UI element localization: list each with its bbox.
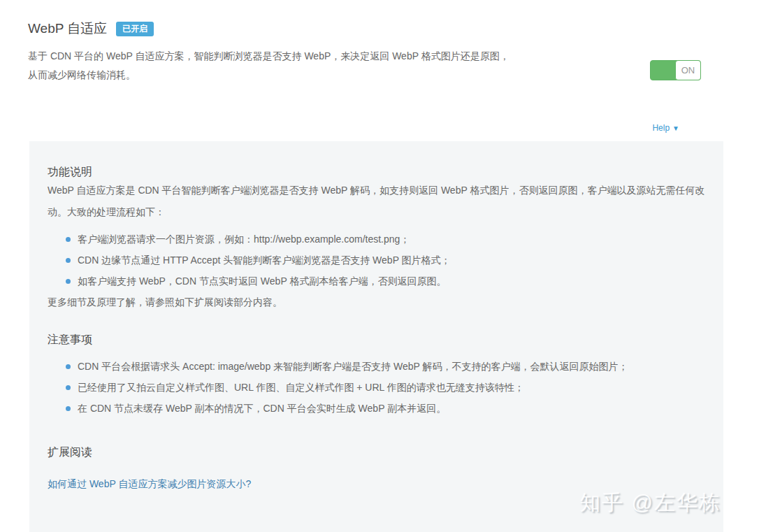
list-item: 在 CDN 节点未缓存 WebP 副本的情况下，CDN 平台会实时生成 WebP… <box>66 398 705 419</box>
bullet-icon <box>66 364 71 369</box>
section-heading-reading: 扩展阅读 <box>48 445 705 460</box>
caret-down-icon: ▼ <box>672 124 679 132</box>
bullet-icon <box>66 385 71 390</box>
feature-intro: WebP 自适应方案是 CDN 平台智能判断客户端浏览器是否支持 WebP 解码… <box>48 180 705 223</box>
feature-bullet-list: 客户端浏览器请求一个图片资源，例如：http://webp.example.co… <box>48 229 705 292</box>
feature-description: 基于 CDN 平台的 WebP 自适应方案，智能判断浏览器是否支持 WebP，来… <box>28 47 517 85</box>
list-item-text: CDN 平台会根据请求头 Accept: image/webp 来智能判断客户端… <box>78 361 628 372</box>
info-panel: 功能说明 WebP 自适应方案是 CDN 平台智能判断客户端浏览器是否支持 We… <box>29 141 723 532</box>
title-row: WebP 自适应 已开启 <box>28 20 731 38</box>
help-label: Help <box>652 123 670 133</box>
section-heading-notes: 注意事项 <box>48 333 705 347</box>
feature-outro: 更多细节及原理了解，请参照如下扩展阅读部分内容。 <box>48 292 705 313</box>
status-badge: 已开启 <box>116 22 154 36</box>
help-link[interactable]: Help ▼ <box>652 123 679 133</box>
list-item: CDN 平台会根据请求头 Accept: image/webp 来智能判断客户端… <box>66 356 705 377</box>
list-item-text: 客户端浏览器请求一个图片资源，例如：http://webp.example.co… <box>78 233 410 245</box>
bullet-icon <box>66 406 71 411</box>
webp-settings-page: WebP 自适应 已开启 基于 CDN 平台的 WebP 自适应方案，智能判断浏… <box>0 0 759 532</box>
notes-bullet-list: CDN 平台会根据请求头 Accept: image/webp 来智能判断客户端… <box>48 356 705 419</box>
list-item: 客户端浏览器请求一个图片资源，例如：http://webp.example.co… <box>66 229 705 250</box>
list-item: CDN 边缘节点通过 HTTP Accept 头智能判断客户端浏览器是否支持 W… <box>66 250 705 271</box>
page-header: WebP 自适应 已开启 基于 CDN 平台的 WebP 自适应方案，智能判断浏… <box>0 0 759 85</box>
bullet-icon <box>66 279 71 284</box>
list-item: 已经使用了又拍云自定义样式作图、URL 作图、自定义样式作图 + URL 作图的… <box>66 377 705 398</box>
reading-link[interactable]: 如何通过 WebP 自适应方案减少图片资源大小? <box>48 478 251 491</box>
list-item-text: 在 CDN 节点未缓存 WebP 副本的情况下，CDN 平台会实时生成 WebP… <box>78 403 446 414</box>
bullet-icon <box>66 237 71 242</box>
toggle-on-knob[interactable]: ON <box>675 60 701 80</box>
section-heading-feature: 功能说明 <box>48 165 705 180</box>
webp-toggle-switch[interactable]: ON <box>650 60 701 80</box>
bullet-icon <box>66 258 71 263</box>
list-item-text: 如客户端支持 WebP，CDN 节点实时返回 WebP 格式副本给客户端，否则返… <box>78 275 446 287</box>
list-item-text: CDN 边缘节点通过 HTTP Accept 头智能判断客户端浏览器是否支持 W… <box>78 254 451 266</box>
page-title: WebP 自适应 <box>28 20 107 38</box>
help-row: Help ▼ <box>652 121 679 134</box>
list-item: 如客户端支持 WebP，CDN 节点实时返回 WebP 格式副本给客户端，否则返… <box>66 271 705 292</box>
list-item-text: 已经使用了又拍云自定义样式作图、URL 作图、自定义样式作图 + URL 作图的… <box>78 382 524 393</box>
